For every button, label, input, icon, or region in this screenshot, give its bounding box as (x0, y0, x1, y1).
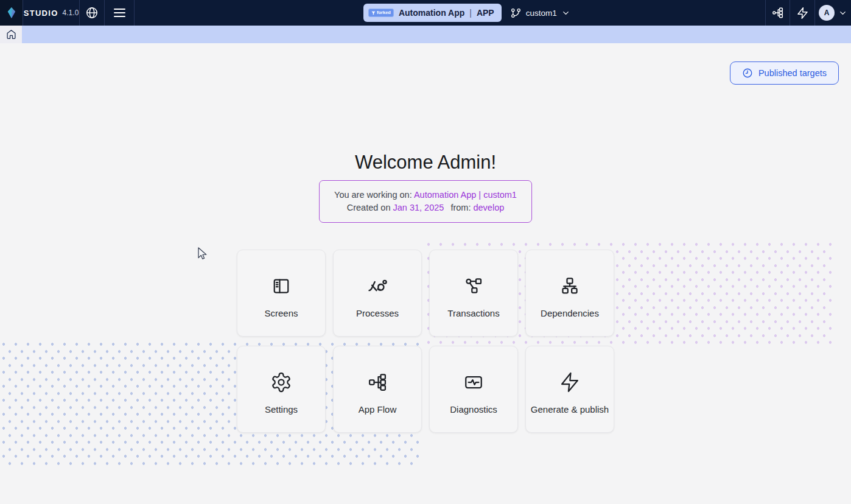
chip-separator: | (469, 8, 472, 18)
dashboard-page: Published targets Welcome Admin! You are… (0, 43, 851, 504)
dependencies-icon (559, 274, 581, 298)
hamburger-icon (114, 9, 125, 17)
project-type: APP (477, 8, 494, 18)
generate-publish-icon (559, 370, 581, 394)
globe-icon (85, 6, 99, 19)
card-generate-publish[interactable]: Generate & publish (525, 346, 614, 433)
git-branch-icon (510, 7, 522, 19)
diagnostics-icon (463, 370, 485, 394)
language-globe-button[interactable] (80, 0, 105, 26)
from-label: from: (450, 203, 471, 212)
lightning-icon (796, 7, 809, 19)
card-dependencies[interactable]: Dependencies (525, 250, 614, 337)
branch-name: custom1 (526, 9, 557, 18)
card-label: Dependencies (541, 308, 599, 318)
home-icon (6, 29, 16, 40)
project-chip[interactable]: forked Automation App | APP (363, 4, 502, 22)
home-button[interactable] (0, 26, 22, 43)
topbar-right-actions: A (765, 0, 851, 26)
card-label: Processes (356, 308, 399, 318)
published-targets-label: Published targets (758, 68, 827, 78)
brand-name: STUDIO (24, 9, 58, 18)
forked-badge: forked (368, 9, 394, 17)
breadcrumb-ribbon (22, 26, 851, 43)
card-diagnostics[interactable]: Diagnostics (429, 346, 518, 433)
from-branch: develop (473, 203, 504, 212)
app-version: 4.1.0 (63, 9, 79, 17)
working-on-prefix: You are working on: (334, 190, 412, 200)
project-context: forked Automation App | APP custom1 (363, 0, 570, 26)
working-on-project: Automation App | custom1 (414, 190, 517, 200)
card-label: Diagnostics (450, 404, 497, 415)
clock-icon (742, 68, 753, 79)
card-screens[interactable]: Screens (237, 250, 326, 337)
app-flow-icon (366, 370, 388, 394)
card-label: Settings (265, 404, 298, 415)
card-label: Generate & publish (531, 404, 609, 415)
working-on-box: You are working on: Automation App | cus… (319, 180, 532, 223)
working-on-line2: Created on Jan 31, 2025 from: develop (334, 201, 517, 214)
branch-selector[interactable]: custom1 (510, 7, 570, 19)
transactions-icon (463, 274, 485, 298)
breadcrumb-bar (0, 26, 851, 43)
welcome-heading: Welcome Admin! (0, 152, 851, 173)
processes-icon (366, 274, 389, 298)
org-chart-icon (771, 6, 785, 19)
screens-icon (270, 274, 292, 298)
app-logo[interactable] (0, 0, 23, 26)
published-targets-button[interactable]: Published targets (730, 61, 839, 85)
card-label: Screens (264, 308, 298, 318)
navigation-cards-grid: Screens Processes (237, 250, 614, 433)
card-settings[interactable]: Settings (237, 346, 326, 433)
chevron-down-icon (561, 9, 570, 18)
hierarchy-view-button[interactable] (765, 0, 790, 26)
created-prefix: Created on (347, 203, 391, 212)
brand-block: STUDIO 4.1.0 (23, 0, 80, 26)
funnel-icon (371, 11, 376, 15)
studio-logo-icon (5, 7, 18, 19)
created-date: Jan 31, 2025 (393, 203, 444, 212)
card-transactions[interactable]: Transactions (429, 250, 518, 337)
project-name: Automation App (399, 8, 464, 18)
chevron-down-icon (838, 9, 847, 18)
user-avatar: A (819, 5, 835, 21)
user-menu[interactable]: A (814, 0, 851, 26)
card-label: App Flow (359, 404, 397, 415)
mouse-cursor (196, 247, 208, 261)
top-navigation-bar: STUDIO 4.1.0 forked Automation App | APP (0, 0, 851, 26)
card-label: Transactions (447, 308, 499, 318)
card-app-flow[interactable]: App Flow (333, 346, 422, 433)
quick-actions-button[interactable] (790, 0, 814, 26)
working-on-line1: You are working on: Automation App | cus… (334, 189, 517, 201)
settings-icon (270, 370, 292, 394)
main-menu-button[interactable] (105, 0, 135, 26)
card-processes[interactable]: Processes (333, 250, 422, 337)
